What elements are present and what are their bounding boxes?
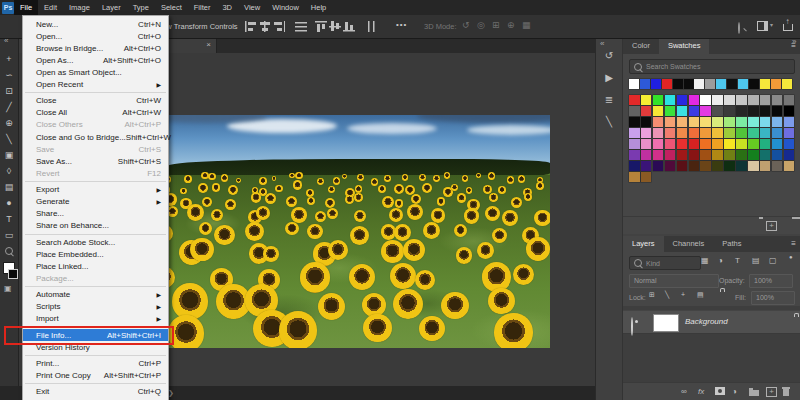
file-menu-item-version-history[interactable]: Version History (23, 341, 168, 353)
swatch[interactable] (641, 161, 652, 171)
file-menu-item-revert[interactable]: RevertF12 (23, 167, 168, 179)
swatch[interactable] (772, 106, 783, 116)
swatch[interactable] (712, 150, 723, 160)
clone-stamp-tool[interactable]: ▣ (0, 148, 18, 162)
file-menu-item-browse-in-bridge[interactable]: Browse in Bridge...Alt+Ctrl+O (23, 42, 168, 54)
swatch[interactable] (784, 128, 795, 138)
swatch[interactable] (748, 139, 759, 149)
swatch[interactable] (736, 95, 747, 105)
swatch[interactable] (700, 150, 711, 160)
filter-4-icon[interactable]: ▢ (769, 256, 777, 265)
panel-menu-icon[interactable]: ≡ (791, 240, 796, 248)
properties-panel-icon[interactable]: ≣ (596, 94, 622, 105)
swatch[interactable] (724, 150, 735, 160)
file-menu-item-new[interactable]: New...Ctrl+N (23, 18, 168, 30)
swatch[interactable] (760, 95, 771, 105)
swatch[interactable] (629, 139, 640, 149)
swatch[interactable] (653, 106, 664, 116)
file-menu-item-export[interactable]: Export▶ (23, 184, 168, 196)
more-options-button[interactable]: ••• (396, 20, 407, 29)
close-tab-icon[interactable]: × (206, 41, 211, 49)
swatch[interactable] (653, 95, 664, 105)
file-menu-item-print[interactable]: Print...Ctrl+P (23, 358, 168, 370)
swatch[interactable] (651, 79, 661, 89)
swatch[interactable] (677, 128, 688, 138)
lock-0-icon[interactable]: ⊞ (649, 291, 655, 299)
history-panel-icon[interactable]: ↺ (596, 50, 622, 61)
swatch[interactable] (677, 139, 688, 149)
swatch[interactable] (772, 95, 783, 105)
menu-filter[interactable]: Filter (188, 0, 217, 15)
share-icon[interactable] (783, 24, 793, 31)
3d-mode-icon-3[interactable]: ⊕ (507, 20, 515, 30)
tab-color[interactable]: Color (623, 38, 659, 54)
swatch[interactable] (712, 139, 723, 149)
swatch[interactable] (665, 150, 676, 160)
swatch[interactable] (700, 117, 711, 127)
swatch[interactable] (748, 150, 759, 160)
swatch[interactable] (641, 172, 652, 182)
shape-tool[interactable]: ▭ (0, 228, 18, 242)
swatch[interactable] (641, 95, 652, 105)
actions-panel-icon[interactable]: ▶ (596, 72, 622, 83)
swatch[interactable] (772, 128, 783, 138)
swatch[interactable] (641, 139, 652, 149)
menu-layer[interactable]: Layer (96, 0, 127, 15)
zoom-tool[interactable] (0, 244, 18, 258)
swatch[interactable] (749, 79, 759, 89)
swatch[interactable] (629, 117, 640, 127)
3d-mode-icon-1[interactable]: ◎ (477, 20, 485, 30)
swatch[interactable] (665, 139, 676, 149)
new-layer-icon[interactable]: + (766, 387, 777, 397)
fill-value[interactable]: 100% (751, 291, 795, 305)
file-menu-item-close-and-go-to-bridge[interactable]: Close and Go to Bridge...Shift+Ctrl+W (23, 131, 168, 143)
layer-filter-kind[interactable]: Kind (629, 256, 701, 270)
search-swatches-input[interactable]: Search Swatches (629, 59, 795, 74)
adjustment-layer-icon[interactable]: ◑ (732, 387, 737, 396)
workspace-icon[interactable] (757, 21, 768, 31)
lock-2-icon[interactable]: + (681, 291, 685, 298)
swatch[interactable] (629, 95, 640, 105)
align-center-h-icon[interactable] (259, 21, 271, 32)
swatch[interactable] (772, 139, 783, 149)
swatch[interactable] (641, 150, 652, 160)
swatch[interactable] (694, 79, 704, 89)
swatch[interactable] (727, 79, 737, 89)
file-menu-item-save-as[interactable]: Save As...Shift+Ctrl+S (23, 155, 168, 167)
spot-healing-tool[interactable]: ⊕ (0, 116, 18, 130)
blend-mode-select[interactable]: Normal (629, 274, 719, 288)
file-menu-item-print-one-copy[interactable]: Print One CopyAlt+Shift+Ctrl+P (23, 370, 168, 382)
swatch[interactable] (677, 95, 688, 105)
swatch[interactable] (760, 128, 771, 138)
file-menu-item-search-adobe-stock[interactable]: Search Adobe Stock... (23, 236, 168, 248)
swatch[interactable] (700, 106, 711, 116)
filter-2-icon[interactable]: T (735, 256, 740, 265)
swatch[interactable] (629, 150, 640, 160)
file-menu-item-open[interactable]: Open...Ctrl+O (23, 30, 168, 42)
swatch[interactable] (689, 106, 700, 116)
file-menu-item-place-embedded[interactable]: Place Embedded... (23, 248, 168, 260)
swatch[interactable] (629, 106, 640, 116)
align-right-icon[interactable] (273, 21, 285, 32)
gradient-tool[interactable]: ▤ (0, 180, 18, 194)
quick-mask-icon[interactable]: ▣ (4, 284, 12, 293)
swatch[interactable] (665, 117, 676, 127)
swatch[interactable] (665, 106, 676, 116)
background-color-chip[interactable] (8, 269, 18, 279)
menu-select[interactable]: Select (155, 0, 188, 15)
swatch[interactable] (748, 106, 759, 116)
distribute-v-icon[interactable] (365, 21, 377, 32)
menu-edit[interactable]: Edit (38, 0, 63, 15)
file-menu-item-generate[interactable]: Generate▶ (23, 196, 168, 208)
swatch[interactable] (689, 117, 700, 127)
swatch[interactable] (700, 95, 711, 105)
menu-view[interactable]: View (238, 0, 266, 15)
swatch[interactable] (629, 161, 640, 171)
swatch[interactable] (677, 150, 688, 160)
swatch[interactable] (641, 106, 652, 116)
layer-row-background[interactable]: Background (623, 310, 800, 334)
swatch[interactable] (760, 139, 771, 149)
menu-image[interactable]: Image (63, 0, 96, 15)
align-top-icon[interactable] (315, 21, 327, 32)
swatch[interactable] (760, 106, 771, 116)
